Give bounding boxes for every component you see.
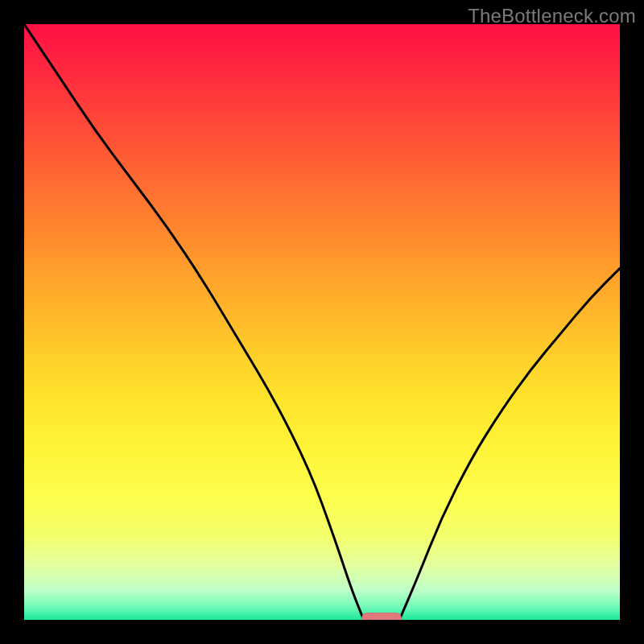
watermark-text: TheBottleneck.com [468,5,636,27]
curve-right-branch [399,268,620,620]
bottleneck-marker [361,613,402,620]
chart-frame: TheBottleneck.com [0,0,644,644]
bottleneck-curves [24,24,620,620]
plot-area [24,24,620,620]
curve-left-branch [24,24,364,620]
